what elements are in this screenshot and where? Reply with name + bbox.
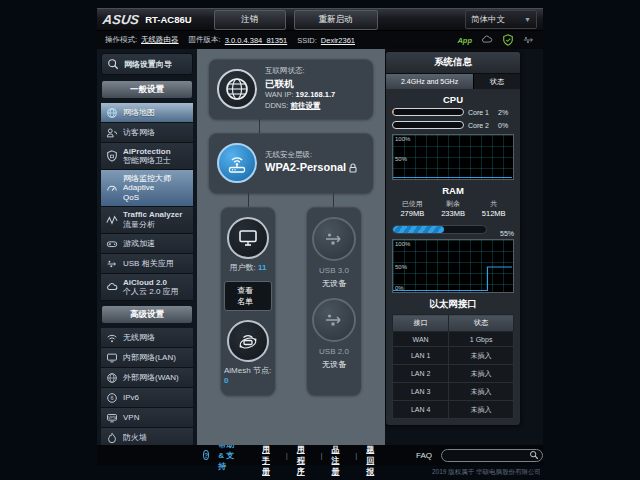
sidebar-item-label: AiCloud 2.0 [123, 278, 179, 288]
ssid-label: SSID: [297, 36, 317, 45]
sidebar-item-quick-setup[interactable]: 网络设置向导 [101, 53, 193, 75]
internet-globe-icon [217, 69, 257, 109]
sidebar-item-wireless[interactable]: 无线网络 [101, 328, 193, 348]
table-row: LAN 2未插入 [393, 365, 514, 383]
sidebar-item-aiprotection[interactable]: AiProtection智能网络卫士 [101, 143, 193, 170]
network-map-icon [106, 107, 118, 119]
ddns-label: DDNS: [265, 101, 288, 110]
sidebar-item-lan[interactable]: 内部网络(LAN) [101, 348, 193, 368]
sidebar-item-label: 无线网络 [123, 333, 155, 343]
sidebar-item-usb-application[interactable]: USB 相关应用 [101, 254, 193, 274]
sidebar-item-label: USB 相关应用 [123, 259, 174, 269]
cpu-core1-bar [392, 108, 464, 116]
wireless-security-card[interactable]: 无线安全层级: WPA2-Personal [209, 133, 373, 193]
sidebar: 网络设置向导 一般设置 网络地图 访客网络 AiProtection智能网络卫士… [97, 49, 197, 445]
footer-bar: ? 帮助 & 支持 使用手册| 应用程序| 产品注册| 问题回报 FAQ [97, 445, 543, 465]
op-mode-link[interactable]: 无线路由器 [141, 35, 179, 45]
vpn-icon: VPN [106, 412, 118, 424]
sidebar-item-ipv6[interactable]: 6 IPv6 [101, 388, 193, 408]
cpu-core2-value: 0% [498, 122, 514, 129]
search-icon[interactable] [529, 450, 539, 460]
table-row: LAN 1未插入 [393, 347, 514, 365]
eth-status: 未插入 [449, 347, 514, 365]
eth-col-status: 状态 [449, 315, 514, 332]
ssid-link[interactable]: Dexir2361 [321, 36, 355, 45]
internet-status-label: 互联网状态: [265, 66, 335, 77]
model-name: RT-AC86U [145, 14, 191, 25]
reboot-button[interactable]: 重新启动 [294, 10, 378, 30]
sidebar-item-adaptive-qos[interactable]: 网络监控大师 AdaptiveQoS [101, 170, 193, 207]
logout-button[interactable]: 注销 [214, 10, 286, 30]
sidebar-item-vpn[interactable]: VPN VPN [101, 408, 193, 428]
ddns-setup-link[interactable]: 前往设置 [290, 101, 320, 110]
network-map-canvas: 互联网状态: 已联机 WAN IP: 192.168.1.7 DDNS: 前往设… [197, 49, 385, 445]
divider: | [355, 451, 357, 460]
internet-status-card[interactable]: 互联网状态: 已联机 WAN IP: 192.168.1.7 DDNS: 前往设… [209, 59, 373, 119]
eth-port: WAN [393, 332, 449, 347]
cpu-title: CPU [386, 94, 520, 105]
svg-text:6: 6 [110, 395, 113, 401]
connector-line [248, 193, 249, 207]
usb-card[interactable]: USB 3.0 无设备 USB 2.0 无设备 [307, 207, 361, 395]
ram-free-label: 剩余 [433, 199, 474, 209]
sidebar-item-label: 网络地图 [123, 108, 155, 118]
cpu-graph: 100% 50% [392, 134, 514, 180]
divider: | [286, 451, 288, 460]
usb2-status: 无设备 [322, 359, 346, 370]
sidebar-item-label: 外部网络(WAN) [123, 373, 179, 383]
clients-count-value: 11 [258, 263, 266, 272]
sidebar-item-label: 网络设置向导 [124, 59, 172, 70]
sidebar-item-label: 内部网络(LAN) [123, 353, 176, 363]
search-wizard-icon [107, 58, 119, 70]
faq-label: FAQ [416, 451, 432, 460]
connector-row [197, 193, 385, 207]
sidebar-item-aicloud[interactable]: AiCloud 2.0个人云 2.0 应用 [101, 274, 193, 301]
qos-gauge-icon [106, 182, 118, 194]
language-dropdown[interactable]: 简体中文 ▼ [465, 10, 537, 29]
sidebar-item-firewall[interactable]: 防火墙 [101, 428, 193, 445]
body: 网络设置向导 一般设置 网络地图 访客网络 AiProtection智能网络卫士… [97, 49, 543, 445]
sidebar-item-sublabel: 流量分析 [123, 220, 182, 230]
sidebar-item-label: 游戏加速 [123, 239, 155, 249]
sidebar-item-sublabel: 个人云 2.0 应用 [123, 287, 179, 297]
usb-icon [106, 258, 118, 270]
cloud-sync-icon[interactable] [481, 34, 493, 46]
ram-used-value: 279MB [392, 209, 433, 218]
aimesh-count-value: 0 [224, 376, 228, 385]
guest-network-icon [106, 127, 118, 139]
usb-status-icon[interactable] [523, 34, 535, 46]
flame-icon [106, 432, 118, 444]
status-bar: 操作模式: 无线路由器 固件版本: 3.0.0.4.384_81351 SSID… [97, 31, 543, 49]
usb3-label: USB 3.0 [319, 266, 349, 275]
aimesh-icon [227, 320, 269, 362]
globe-icon [106, 372, 118, 384]
sidebar-item-wan[interactable]: 外部网络(WAN) [101, 368, 193, 388]
usb3-icon [312, 217, 356, 261]
cpu-core1-row: Core 1 2% [386, 108, 520, 116]
sidebar-item-network-map[interactable]: 网络地图 [101, 103, 193, 123]
eth-port: LAN 2 [393, 365, 449, 383]
clients-card[interactable]: 用户数: 11 查看名单 AiMesh 节点: 0 [221, 207, 275, 395]
section-header-advanced: 高级设置 [102, 306, 192, 323]
tab-bands[interactable]: 2.4GHz and 5GHz [386, 74, 473, 89]
faq-search-input[interactable] [449, 451, 529, 460]
sidebar-item-game-boost[interactable]: 游戏加速 [101, 234, 193, 254]
faq-search-box[interactable] [441, 449, 543, 462]
ethernet-title: 以太网接口 [386, 298, 520, 311]
ram-title: RAM [386, 185, 520, 196]
ram-free-value: 233MB [433, 209, 474, 218]
copyright-text: 2019 版权属于 华硕电脑股份有限公司 [97, 465, 543, 477]
sidebar-item-guest-network[interactable]: 访客网络 [101, 123, 193, 143]
aiprotection-shield-icon[interactable] [502, 34, 514, 46]
lock-icon [349, 163, 357, 173]
asus-logo: ASUS [102, 12, 140, 27]
app-link[interactable]: App [457, 36, 472, 45]
sidebar-item-traffic-analyzer[interactable]: Traffic Analyzer流量分析 [101, 207, 193, 234]
view-list-button[interactable]: 查看名单 [224, 281, 272, 311]
cpu-core1-value: 2% [498, 109, 514, 116]
firmware-link[interactable]: 3.0.0.4.384_81351 [225, 36, 288, 45]
security-level-label: 无线安全层级: [265, 150, 357, 161]
tab-status[interactable]: 状态 [473, 74, 520, 89]
eth-status: 1 Gbps [449, 332, 514, 347]
sidebar-item-label: 网络监控大师 Adaptive [123, 174, 188, 193]
